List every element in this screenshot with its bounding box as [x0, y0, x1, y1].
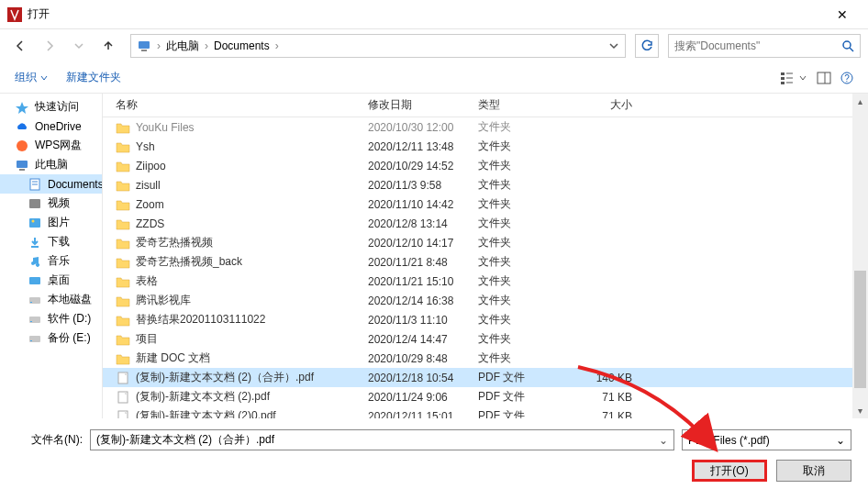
col-name[interactable]: 名称	[116, 97, 368, 113]
pic-icon	[28, 217, 42, 229]
sidebar-item[interactable]: 图片	[0, 213, 102, 232]
pc-icon	[15, 159, 29, 172]
file-row[interactable]: Ysh2020/12/11 13:48文件夹	[103, 137, 868, 156]
folder-icon	[116, 275, 130, 288]
help-button[interactable]: ?	[840, 72, 853, 84]
file-row[interactable]: 爱奇艺热播视频2020/12/10 14:17文件夹	[103, 233, 868, 252]
file-type: 文件夹	[478, 177, 570, 193]
up-button[interactable]	[95, 33, 121, 59]
sidebar-item[interactable]: 快速访问	[0, 97, 102, 117]
col-type[interactable]: 类型	[478, 97, 570, 113]
col-size[interactable]: 大小	[570, 97, 643, 113]
folder-icon	[116, 314, 130, 327]
svg-rect-31	[30, 340, 32, 341]
chevron-down-icon[interactable]: ⌄	[659, 434, 668, 447]
sidebar-item[interactable]: 本地磁盘	[0, 290, 102, 309]
cancel-button[interactable]: 取消	[776, 460, 851, 482]
address-dropdown[interactable]	[605, 35, 623, 57]
sidebar-item[interactable]: 音乐	[0, 251, 102, 271]
svg-rect-5	[781, 72, 785, 75]
svg-rect-2	[141, 50, 147, 51]
back-button[interactable]	[7, 33, 33, 59]
view-options[interactable]	[780, 71, 807, 85]
search-input[interactable]	[674, 39, 841, 52]
new-folder-button[interactable]: 新建文件夹	[66, 70, 121, 85]
file-type: 文件夹	[478, 158, 570, 173]
folder-icon	[116, 198, 130, 211]
refresh-button[interactable]	[635, 34, 659, 58]
crumb-pc[interactable]: 此电脑	[162, 35, 203, 57]
file-row[interactable]: 爱奇艺热播视频_back2020/11/21 8:48文件夹	[103, 252, 868, 272]
file-row[interactable]: (复制)-新建文本文档 (2).pdf2020/11/24 9:06PDF 文件…	[103, 387, 868, 406]
file-row[interactable]: Ziipoo2020/10/29 14:52文件夹	[103, 156, 868, 175]
sidebar-item-label: 视频	[48, 195, 70, 211]
breadcrumb[interactable]: › 此电脑 › Documents ›	[130, 34, 626, 58]
wps-icon	[15, 139, 29, 152]
col-date[interactable]: 修改日期	[368, 97, 478, 113]
file-row[interactable]: (复制)-新建文本文档 (2)（合并）.pdf2020/12/18 10:54P…	[103, 368, 868, 387]
file-date: 2020/12/10 14:17	[368, 237, 478, 250]
organize-menu[interactable]: 组织	[15, 70, 48, 85]
sidebar-item[interactable]: 软件 (D:)	[0, 309, 102, 328]
scroll-thumb[interactable]	[854, 271, 866, 388]
crumb-folder[interactable]: Documents	[210, 35, 273, 57]
file-type: 文件夹	[478, 235, 570, 250]
file-date: 2020/12/4 14:47	[368, 333, 478, 346]
sidebar: 快速访问OneDriveWPS网盘此电脑Documents视频图片下载音乐桌面本…	[0, 94, 103, 418]
sidebar-item[interactable]: WPS网盘	[0, 136, 102, 155]
disk-icon	[28, 332, 42, 345]
sidebar-item[interactable]: 视频	[0, 194, 102, 213]
search-box[interactable]	[668, 34, 861, 58]
recent-dropdown[interactable]	[66, 33, 92, 59]
svg-text:?: ?	[844, 73, 850, 83]
filename-input[interactable]: (复制)-新建文本文档 (2)（合并）.pdf ⌄	[90, 429, 674, 450]
sidebar-item[interactable]: 备份 (E:)	[0, 328, 102, 348]
sidebar-item-label: WPS网盘	[35, 138, 82, 153]
file-row[interactable]: 腾讯影视库2020/12/14 16:38文件夹	[103, 291, 868, 310]
file-row[interactable]: 表格2020/11/21 15:10文件夹	[103, 272, 868, 291]
preview-pane-button[interactable]	[817, 71, 831, 85]
svg-rect-29	[30, 321, 32, 322]
file-row[interactable]: 新建 DOC 文档2020/10/29 8:48文件夹	[103, 349, 868, 368]
file-list: 名称 修改日期 类型 大小 YouKu Files2020/10/30 12:0…	[103, 94, 868, 418]
sidebar-item[interactable]: OneDrive	[0, 117, 102, 136]
file-name: 爱奇艺热播视频	[136, 235, 368, 250]
chevron-down-icon[interactable]: ⌄	[836, 434, 845, 447]
file-row[interactable]: 项目2020/12/4 14:47文件夹	[103, 329, 868, 349]
file-type: 文件夹	[478, 254, 570, 270]
file-name: 项目	[136, 331, 368, 347]
file-name: Zoom	[136, 198, 368, 211]
folder-icon	[116, 217, 130, 230]
close-button[interactable]: ✕	[824, 0, 861, 29]
file-name: 替换结果20201103111022	[136, 312, 368, 328]
file-icon	[116, 391, 130, 404]
file-name: (复制)-新建文本文档 (2)（合并）.pdf	[136, 370, 368, 385]
sidebar-item[interactable]: 此电脑	[0, 155, 102, 174]
file-row[interactable]: (复制)-新建文本文档 (2)0.pdf2020/12/11 15:01PDF …	[103, 406, 868, 418]
file-row[interactable]: Zoom2020/11/10 14:42文件夹	[103, 194, 868, 214]
chevron-right-icon[interactable]: ›	[155, 39, 162, 52]
chevron-right-icon[interactable]: ›	[273, 39, 281, 52]
file-type: 文件夹	[478, 331, 570, 347]
sidebar-item[interactable]: 桌面	[0, 271, 102, 290]
chevron-right-icon[interactable]: ›	[203, 39, 210, 52]
sidebar-item[interactable]: 下载	[0, 232, 102, 251]
file-row[interactable]: YouKu Files2020/10/30 12:00文件夹	[103, 117, 868, 137]
star-icon	[15, 101, 29, 114]
file-row[interactable]: 替换结果202011031110222020/11/3 11:10文件夹	[103, 310, 868, 329]
file-type: 文件夹	[478, 139, 570, 154]
open-button[interactable]: 打开(O)	[692, 460, 767, 482]
forward-button[interactable]	[37, 33, 62, 59]
search-icon[interactable]	[841, 39, 854, 52]
file-type: PDF 文件	[478, 389, 570, 405]
file-row[interactable]: zisull2020/11/3 9:58文件夹	[103, 175, 868, 194]
sidebar-item[interactable]: Documents	[0, 174, 102, 194]
file-name: YouKu Files	[136, 121, 368, 134]
scroll-down-button[interactable]: ▾	[852, 403, 868, 418]
file-row[interactable]: ZZDS2020/12/8 13:14文件夹	[103, 214, 868, 233]
file-type-select[interactable]: PDF Files (*.pdf) ⌄	[682, 429, 851, 450]
scroll-up-button[interactable]: ▴	[852, 94, 868, 109]
file-type: 文件夹	[478, 119, 570, 135]
scrollbar[interactable]: ▴ ▾	[852, 94, 868, 418]
file-name: 表格	[136, 273, 368, 289]
